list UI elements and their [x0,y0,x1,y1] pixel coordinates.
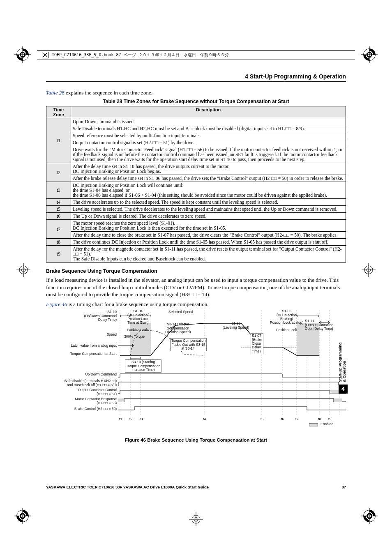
svg-rect-40 [334,398,342,402]
registration-mark-icon [189,512,203,526]
table-row: t2After the delay time set in S1-10 has … [46,163,346,175]
cell: Leveling speed is selected. The drive de… [71,206,346,213]
side-tab-number: 4 [339,385,348,394]
tick-t3: t3 [140,417,143,421]
footer-left: YASKAWA ELECTRIC TOEP C710616 38F YASKAW… [46,485,209,489]
table-row: t1Up or Down command is issued. [46,118,346,125]
tz-t2: t2 [46,163,71,182]
label-s1-10: S1-10 (Up/Down Command Delay Time) [84,310,117,322]
cell: After the brake release delay time set i… [71,175,346,182]
label-speed: Speed [106,333,117,336]
cell: Output contactor control signal is set (… [71,139,346,146]
note-s3-14: S3-14 (Torque Compensation Diminish Spee… [165,322,191,334]
cell: After the delay for the magnetic contact… [71,246,346,263]
tz-t3: t3 [46,182,71,199]
table-row: Drive waits for the "Motor Contactor Fee… [46,146,346,163]
figure-46-caption: Figure 46 Brake Sequence Using Torque Co… [46,438,346,442]
book-icon [42,52,48,58]
note-s1-04: S1-04 (DC Injection/ Position Lock Time … [127,309,149,325]
table-row: Output contactor control signal is set (… [46,139,346,146]
cell: The motor speed reaches the zero speed l… [71,220,346,232]
cell: The drive accelerates up to the selected… [71,199,346,206]
tick-t4: t4 [203,417,206,421]
registration-mark-icon [16,510,29,522]
table-row: t9After the delay for the magnetic conta… [46,246,346,263]
intro-rest: explains the sequence in each time zone. [65,90,152,96]
tz-t8: t8 [46,239,71,246]
legend-label-enabled: Enabled [321,422,333,426]
label-safe-disable: Safe disable (terminals H1/H2 on) and Ba… [64,379,117,387]
side-tab: Start-Up Programming & Operation 4 [339,341,348,394]
cell: After the delay time to close the brake … [71,232,346,239]
note-300pct: 300% Torque [124,335,145,339]
note-selected-speed: Selected Speed [168,310,193,314]
tick-t2: t2 [129,417,133,421]
note-s1-11: S1-11 (Output Contactor Open Delay Time) [305,319,333,331]
tz-t4: t4 [46,199,71,206]
link-figure-46[interactable]: Figure 46 [46,301,67,307]
note-position-lock-right: Position Lock [276,328,297,332]
side-tab-label: Start-Up Programming & Operation [339,341,347,382]
table-row: t3DC Injection Braking or Position Lock … [46,182,346,199]
label-tcomp-start: Torque Compensation at Start [70,352,117,356]
tick-t9: t9 [328,417,332,421]
print-header-text: TOEP_C710616_38F_5_0.book 87 ページ ２０１３年１２… [52,52,229,58]
figure-46-diagram: S1-10 (Up/Down Command Delay Time) Speed… [46,310,346,433]
paragraph: Figure 46 is a timing chart for a brake … [46,301,346,308]
table-row: t4The drive accelerates up to the select… [46,199,346,206]
registration-mark-icon [16,263,30,277]
tick-t6: t6 [281,417,284,421]
table-row: t8The drive continues DC Injection or Po… [46,239,346,246]
col-header-timezone: Time Zone [46,106,71,118]
tz-t7: t7 [46,220,71,239]
cell: The drive continues DC Injection or Posi… [71,239,346,246]
intro-line: Table 28 explains the sequence in each t… [46,90,346,96]
paragraph: If a load measuring device is installed … [46,276,346,298]
cell: After the delay time set in S1-10 has pa… [71,163,346,175]
cell: Up or Down command is issued. [71,118,346,125]
page-content: 4 Start-Up Programming & Operation Table… [46,73,346,442]
label-up-down: Up/Down Command [85,373,117,376]
col-header-description: Description [71,106,346,118]
print-header: TOEP_C710616_38F_5_0.book 87 ページ ２０１３年１２… [37,50,355,60]
cell: DC Injection Braking or Position Lock wi… [71,182,346,199]
paragraph-rest: is a timing chart for a brake sequence u… [67,301,208,307]
table-row: t7The motor speed reaches the zero speed… [46,220,346,232]
registration-mark-icon [16,48,29,61]
label-output-contactor: Output Contactor Control (H2-□□ = 51) [78,388,117,396]
registration-mark-icon [363,48,376,61]
heading-brake-seq-torque-comp: Brake Sequence Using Torque Compensation [46,268,346,274]
table-28: Time Zone Description t1Up or Down comma… [46,106,346,263]
link-table-28[interactable]: Table 28 [46,90,65,96]
tz-t1: t1 [46,118,71,163]
label-motor-contactor-resp: Motor Contactor Response (H1-□□ = 56) [75,397,117,405]
footer-page-number: 87 [341,485,346,489]
tz-t9: t9 [46,246,71,263]
tz-t6: t6 [46,213,71,220]
tz-t5: t5 [46,206,71,213]
cell: Safe Disable terminals H1-HC and H2-HC m… [71,125,346,132]
page-footer: YASKAWA ELECTRIC TOEP C710616 38F YASKAW… [46,485,346,489]
legend-swatch-enabled [309,423,318,426]
tick-t5: t5 [261,417,264,421]
tick-t8: t8 [318,417,321,421]
registration-mark-icon [362,263,376,277]
cell: Drive waits for the "Motor Contactor Fee… [71,146,346,163]
table-row: Safe Disable terminals H1-HC and H2-HC m… [46,125,346,132]
note-s3-10: S3-10 (Starting Torque Compensation Incr… [125,359,161,373]
table-row: Speed reference must be selected by mult… [46,132,346,139]
cell: The Up or Down signal is cleared. The dr… [71,213,346,220]
table-row: After the brake release delay time set i… [46,175,346,182]
table-row: t5Leveling speed is selected. The drive … [46,206,346,213]
note-position-lock-left: Position Lock [127,328,148,332]
tick-t7: t7 [295,417,299,421]
label-brake-control: Brake Control (H2-□□ = 50) [74,407,117,411]
table-28-title: Table 28 Time Zones for Brake Sequence w… [46,99,346,104]
label-latch: Latch value from analog input [71,344,117,348]
tick-t1: t1 [119,417,122,421]
cell: Speed reference must be selected by mult… [71,132,346,139]
svg-rect-39 [118,398,124,402]
note-d1-26: d1-26 (Leveling Speed) [223,322,249,329]
note-s1-07: S1-07 (Brake Close Delay Time) [251,333,263,354]
note-s1-05: S1-05 (DC Injection Braking/ Position Lo… [270,309,303,325]
